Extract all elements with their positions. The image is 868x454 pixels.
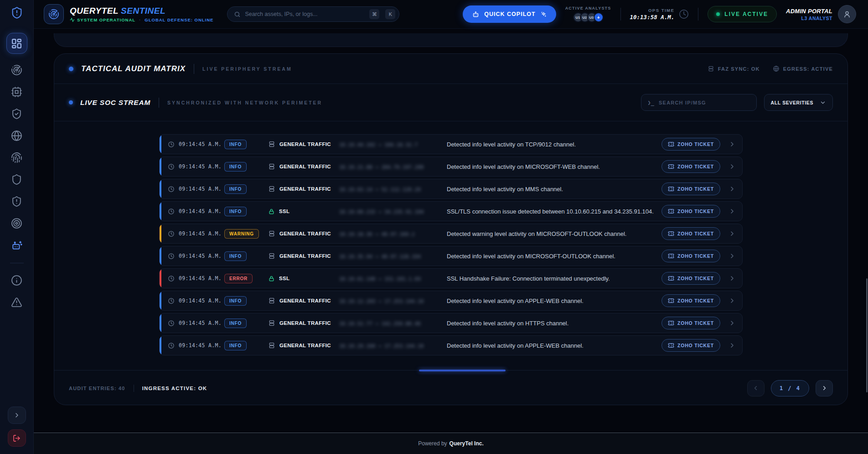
log-time: 09:14:45 A.M. (179, 320, 222, 326)
zoho-ticket-button[interactable]: ZOHO TICKET (661, 294, 720, 307)
soc-stream-header: LIVE SOC STREAM SYNCHRONIZED WITH NETWOR… (54, 84, 847, 121)
globe-icon (11, 130, 22, 141)
severity-accent-bar (160, 291, 161, 310)
sidebar-expand-button[interactable] (8, 407, 26, 424)
zoho-ticket-button[interactable]: ZOHO TICKET (661, 160, 720, 173)
log-message: SSL/TLS connection issue detected betwee… (447, 208, 661, 215)
app-title: QUERYTELSENTINEL (70, 6, 213, 16)
log-time: 09:14:45 A.M. (179, 253, 222, 259)
sidebar-item-radar[interactable] (11, 64, 22, 76)
sidebar-item-shield-check[interactable] (11, 108, 22, 120)
ticket-icon (668, 297, 674, 304)
sidebar-item-shield[interactable] (11, 174, 22, 185)
ingress-status: INGRESS ACTIVE: OK (142, 386, 207, 391)
clock-icon (168, 342, 175, 349)
logout-icon (13, 434, 21, 442)
audit-log-row[interactable]: 09:14:45 A.M. INFO GENERAL TRAFFIC 10.10… (159, 246, 743, 266)
vertical-scrollbar-thumb[interactable] (866, 278, 868, 392)
prev-page-button[interactable] (747, 380, 765, 397)
row-expand-chevron-icon[interactable] (728, 342, 736, 349)
row-expand-chevron-icon[interactable] (728, 230, 736, 237)
audit-log-row[interactable]: 09:14:45 A.M. INFO GENERAL TRAFFIC 10.10… (159, 157, 743, 177)
sidebar-item-cpu[interactable] (11, 86, 22, 98)
status-separator: · (139, 17, 141, 22)
sidebar-item-copilot[interactable] (11, 240, 23, 251)
card-footer: AUDIT ENTRIES: 40 INGRESS ACTIVE: OK 1 /… (54, 371, 847, 405)
row-expand-chevron-icon[interactable] (728, 185, 736, 193)
sidebar-footer (8, 407, 26, 447)
horizontal-scrollbar-thumb[interactable] (419, 370, 506, 371)
soc-search[interactable]: ❯_ (641, 94, 757, 111)
sidebar-item-fingerprint[interactable] (11, 152, 22, 163)
zoho-ticket-button[interactable]: ZOHO TICKET (661, 317, 720, 329)
row-expand-chevron-icon[interactable] (728, 141, 736, 148)
log-time: 09:14:45 A.M. (179, 163, 222, 170)
card-status-badges: FAZ SYNC: OK EGRESS: ACTIVE (708, 65, 833, 72)
ticket-icon (668, 253, 674, 259)
server-icon (268, 185, 275, 193)
log-time: 09:14:45 A.M. (179, 297, 222, 304)
audit-log-row[interactable]: 09:14:45 A.M. INFO GENERAL TRAFFIC 10.10… (159, 134, 743, 154)
row-expand-chevron-icon[interactable] (728, 163, 736, 170)
live-status-badge[interactable]: LIVE ACTIVE (708, 6, 777, 22)
zoho-ticket-button[interactable]: ZOHO TICKET (661, 138, 720, 151)
quick-copilot-button[interactable]: QUICK COPILOT (463, 5, 556, 23)
zoho-ticket-button[interactable]: ZOHO TICKET (661, 272, 720, 285)
ip-msg-search-input[interactable] (659, 100, 750, 105)
severity-filter-select[interactable]: ALL SEVERITIES (764, 94, 833, 111)
fingerprint-icon (11, 152, 22, 163)
sidebar-item-info[interactable] (11, 275, 22, 286)
ops-time-value: 10:13:58 A.M. (630, 14, 675, 21)
card-title: TACTICAL AUDIT MATRIX (81, 64, 186, 73)
redacted-endpoints: 10.10.60.215 → 34.235.91.104 (339, 207, 447, 215)
row-expand-chevron-icon[interactable] (728, 275, 736, 282)
row-expand-chevron-icon[interactable] (728, 319, 736, 327)
sidebar-item-target[interactable] (11, 218, 22, 229)
logout-button[interactable] (8, 429, 26, 447)
row-expand-chevron-icon[interactable] (728, 208, 736, 215)
shield-alert-logo-icon (10, 6, 23, 19)
clock-icon (679, 9, 689, 19)
sidebar-item-dashboard[interactable] (6, 33, 27, 54)
global-search[interactable]: ⌘ K (227, 6, 399, 22)
severity-badge: INFO (224, 341, 247, 350)
redacted-endpoints: 10.10.18.36 → 40.97.160.2 (339, 230, 447, 238)
terminal-prompt-icon: ❯_ (648, 99, 654, 106)
zoho-ticket-button[interactable]: ZOHO TICKET (661, 183, 720, 195)
active-analysts-label: ACTIVE ANALYSTS (565, 6, 611, 10)
zoho-ticket-button[interactable]: ZOHO TICKET (661, 250, 720, 262)
severity-accent-bar (160, 246, 161, 266)
sidebar-item-shield-alert[interactable] (11, 196, 22, 207)
zoho-ticket-button[interactable]: ZOHO TICKET (661, 227, 720, 240)
log-message: Detected info level activity on HTTPS ch… (447, 320, 661, 327)
audit-log-row[interactable]: 09:14:45 A.M. INFO GENERAL TRAFFIC 10.10… (159, 313, 743, 333)
audit-log-row[interactable]: 09:14:45 A.M. INFO GENERAL TRAFFIC 10.10… (159, 179, 743, 199)
user-avatar[interactable] (838, 5, 856, 23)
zoho-ticket-button[interactable]: ZOHO TICKET (661, 339, 720, 352)
log-category: GENERAL TRAFFIC (268, 141, 339, 148)
audit-log-row[interactable]: 09:14:45 A.M. INFO GENERAL TRAFFIC 10.10… (159, 291, 743, 311)
log-category: GENERAL TRAFFIC (268, 230, 339, 237)
log-category: SSL (268, 208, 339, 215)
stream-title: LIVE SOC STREAM (80, 99, 150, 107)
zoho-ticket-label: ZOHO TICKET (677, 231, 714, 236)
severity-accent-bar (160, 336, 161, 355)
row-expand-chevron-icon[interactable] (728, 297, 736, 304)
log-time: 09:14:45 A.M. (179, 342, 222, 349)
next-page-button[interactable] (816, 380, 833, 397)
audit-log-row[interactable]: 09:14:45 A.M. INFO SSL 10.10.60.215 → 34… (159, 201, 743, 221)
audit-log-row[interactable]: 09:14:45 A.M. ERROR SSL 10.10.61.140 → 1… (159, 268, 743, 288)
audit-log-row[interactable]: 09:14:45 A.M. INFO GENERAL TRAFFIC 10.10… (159, 335, 743, 355)
zoho-ticket-button[interactable]: ZOHO TICKET (661, 205, 720, 218)
profile[interactable]: ADMIN PORTAL L3 ANALYST (786, 5, 856, 23)
sidebar-item-alerts[interactable] (11, 297, 22, 308)
severity-badge: INFO (224, 184, 247, 194)
status-dot-icon (69, 100, 73, 104)
search-input[interactable] (245, 11, 365, 17)
audit-log-row[interactable]: 09:14:45 A.M. WARNING GENERAL TRAFFIC 10… (159, 224, 743, 244)
brand: QUERYTELSENTINEL SYSTEM OPERATIONAL · GL… (44, 4, 213, 24)
clock-icon (168, 297, 175, 304)
sidebar-item-globe[interactable] (11, 130, 22, 141)
row-expand-chevron-icon[interactable] (728, 252, 736, 260)
add-analyst-button[interactable]: + (594, 12, 604, 22)
